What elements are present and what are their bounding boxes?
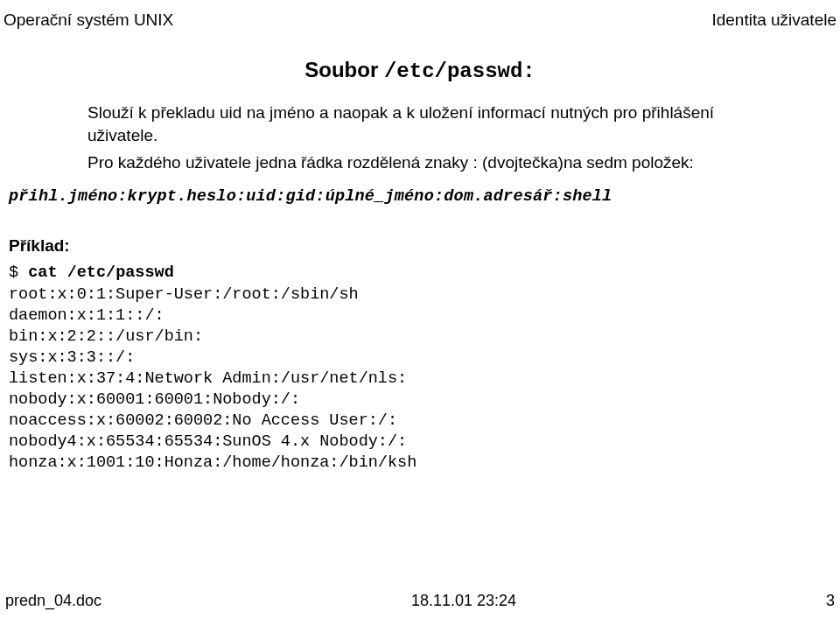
header-right: Identita uživatele xyxy=(711,9,836,32)
output-line: nobody:x:60001:60001:Nobody:/: xyxy=(9,390,788,411)
format-line: přihl.jméno:krypt.heslo:uid:gid:úplné_jm… xyxy=(9,186,788,208)
title-path: /etc/passwd: xyxy=(384,60,536,83)
paragraph-2: Pro každého uživatele jedna řádka rozděl… xyxy=(88,151,788,174)
output-line: listen:x:37:4:Network Admin:/usr/net/nls… xyxy=(9,369,788,390)
command-line: $ cat /etc/passwd xyxy=(9,263,788,284)
body: Slouží k překladu uid na jméno a naopak … xyxy=(0,102,840,474)
footer-right: 3 xyxy=(826,590,835,611)
output-line: root:x:0:1:Super-User:/root:/sbin/sh xyxy=(9,284,788,305)
title-word: Soubor xyxy=(304,58,378,81)
page-title: Soubor /etc/passwd: xyxy=(0,56,840,86)
command: cat /etc/passwd xyxy=(28,263,174,282)
example-block: Příklad: $ cat /etc/passwd root:x:0:1:Su… xyxy=(9,235,788,474)
output-line: nobody4:x:65534:65534:SunOS 4.x Nobody:/… xyxy=(9,432,788,453)
output-line: honza:x:1001:10:Honza:/home/honza:/bin/k… xyxy=(9,453,788,474)
page-header: Operační systém UNIX Identita uživatele xyxy=(0,9,840,32)
paragraph-1: Slouží k překladu uid na jméno a naopak … xyxy=(88,102,788,146)
example-label: Příklad: xyxy=(9,235,788,257)
footer-left: predn_04.doc xyxy=(5,590,102,611)
footer-center: 18.11.01 23:24 xyxy=(411,590,516,611)
prompt: $ xyxy=(9,263,28,282)
output-line: sys:x:3:3::/: xyxy=(9,348,788,369)
output-line: noaccess:x:60002:60002:No Access User:/: xyxy=(9,411,788,432)
output-line: bin:x:2:2::/usr/bin: xyxy=(9,327,788,348)
header-left: Operační systém UNIX xyxy=(4,9,173,32)
output-line: daemon:x:1:1::/: xyxy=(9,305,788,327)
page-footer: predn_04.doc 18.11.01 23:24 3 xyxy=(0,590,840,611)
